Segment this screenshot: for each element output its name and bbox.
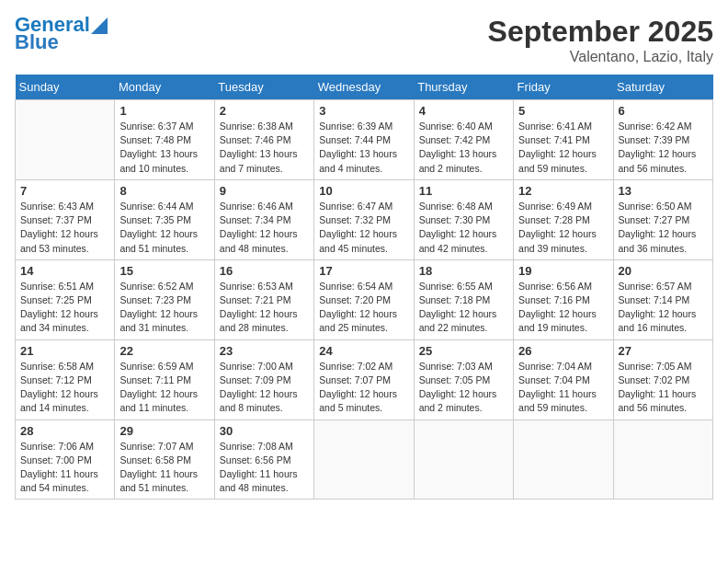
day-cell: 20Sunrise: 6:57 AM Sunset: 7:14 PM Dayli… — [613, 259, 712, 339]
day-number: 1 — [119, 104, 209, 118]
day-number: 13 — [619, 184, 708, 198]
day-cell: 14Sunrise: 6:51 AM Sunset: 7:25 PM Dayli… — [16, 259, 115, 339]
svg-marker-0 — [91, 17, 108, 34]
day-info: Sunrise: 6:58 AM Sunset: 7:12 PM Dayligh… — [20, 360, 109, 416]
day-number: 30 — [220, 424, 309, 438]
day-number: 23 — [220, 344, 309, 358]
day-info: Sunrise: 7:07 AM Sunset: 6:58 PM Dayligh… — [119, 440, 209, 496]
day-cell: 21Sunrise: 6:58 AM Sunset: 7:12 PM Dayli… — [16, 339, 115, 419]
day-cell: 30Sunrise: 7:08 AM Sunset: 6:56 PM Dayli… — [214, 419, 313, 500]
day-info: Sunrise: 7:05 AM Sunset: 7:02 PM Dayligh… — [619, 360, 708, 416]
day-info: Sunrise: 6:56 AM Sunset: 7:16 PM Dayligh… — [518, 280, 608, 336]
day-cell — [16, 100, 115, 180]
day-number: 10 — [319, 184, 408, 198]
day-number: 12 — [518, 184, 608, 198]
day-info: Sunrise: 6:57 AM Sunset: 7:14 PM Dayligh… — [619, 280, 708, 336]
day-cell: 13Sunrise: 6:50 AM Sunset: 7:27 PM Dayli… — [613, 179, 712, 259]
day-cell: 24Sunrise: 7:02 AM Sunset: 7:07 PM Dayli… — [314, 339, 414, 419]
day-info: Sunrise: 7:06 AM Sunset: 7:00 PM Dayligh… — [20, 440, 109, 496]
day-info: Sunrise: 6:53 AM Sunset: 7:21 PM Dayligh… — [220, 280, 309, 336]
week-row-1: 1Sunrise: 6:37 AM Sunset: 7:48 PM Daylig… — [16, 100, 713, 180]
day-cell: 26Sunrise: 7:04 AM Sunset: 7:04 PM Dayli… — [514, 339, 613, 419]
day-info: Sunrise: 6:37 AM Sunset: 7:48 PM Dayligh… — [119, 120, 209, 176]
day-info: Sunrise: 6:41 AM Sunset: 7:41 PM Dayligh… — [518, 120, 608, 176]
day-number: 3 — [319, 104, 408, 118]
day-number: 21 — [20, 344, 109, 358]
day-number: 20 — [619, 264, 708, 278]
header-row: SundayMondayTuesdayWednesdayThursdayFrid… — [16, 75, 713, 100]
week-row-5: 28Sunrise: 7:06 AM Sunset: 7:00 PM Dayli… — [16, 419, 713, 500]
day-number: 27 — [619, 344, 708, 358]
day-info: Sunrise: 6:39 AM Sunset: 7:44 PM Dayligh… — [319, 120, 408, 176]
day-cell: 17Sunrise: 6:54 AM Sunset: 7:20 PM Dayli… — [314, 259, 414, 339]
day-number: 15 — [119, 264, 209, 278]
day-number: 26 — [518, 344, 608, 358]
header-cell-saturday: Saturday — [613, 75, 712, 100]
day-info: Sunrise: 6:52 AM Sunset: 7:23 PM Dayligh… — [119, 280, 209, 336]
logo-arrow-icon — [91, 17, 108, 34]
week-row-4: 21Sunrise: 6:58 AM Sunset: 7:12 PM Dayli… — [16, 339, 713, 419]
day-number: 28 — [20, 424, 109, 438]
day-number: 18 — [419, 264, 508, 278]
header-cell-sunday: Sunday — [16, 75, 115, 100]
header-cell-monday: Monday — [115, 75, 214, 100]
day-info: Sunrise: 6:47 AM Sunset: 7:32 PM Dayligh… — [319, 200, 408, 256]
day-number: 4 — [419, 104, 508, 118]
day-cell — [414, 419, 513, 500]
day-info: Sunrise: 6:38 AM Sunset: 7:46 PM Dayligh… — [220, 120, 309, 176]
day-number: 11 — [419, 184, 508, 198]
day-cell: 16Sunrise: 6:53 AM Sunset: 7:21 PM Dayli… — [214, 259, 313, 339]
day-info: Sunrise: 6:48 AM Sunset: 7:30 PM Dayligh… — [419, 200, 508, 256]
day-number: 6 — [619, 104, 708, 118]
logo: General Blue — [15, 15, 108, 53]
day-cell: 25Sunrise: 7:03 AM Sunset: 7:05 PM Dayli… — [414, 339, 513, 419]
month-title: September 2025 — [488, 15, 713, 49]
day-info: Sunrise: 7:03 AM Sunset: 7:05 PM Dayligh… — [419, 360, 508, 416]
day-cell: 19Sunrise: 6:56 AM Sunset: 7:16 PM Dayli… — [514, 259, 613, 339]
header-cell-thursday: Thursday — [414, 75, 513, 100]
day-cell: 22Sunrise: 6:59 AM Sunset: 7:11 PM Dayli… — [115, 339, 214, 419]
day-cell: 28Sunrise: 7:06 AM Sunset: 7:00 PM Dayli… — [16, 419, 115, 500]
day-info: Sunrise: 7:02 AM Sunset: 7:07 PM Dayligh… — [319, 360, 408, 416]
day-info: Sunrise: 6:54 AM Sunset: 7:20 PM Dayligh… — [319, 280, 408, 336]
day-info: Sunrise: 6:55 AM Sunset: 7:18 PM Dayligh… — [419, 280, 508, 336]
calendar-header: SundayMondayTuesdayWednesdayThursdayFrid… — [16, 75, 713, 100]
calendar-body: 1Sunrise: 6:37 AM Sunset: 7:48 PM Daylig… — [16, 100, 713, 500]
day-cell: 7Sunrise: 6:43 AM Sunset: 7:37 PM Daylig… — [16, 179, 115, 259]
day-info: Sunrise: 6:42 AM Sunset: 7:39 PM Dayligh… — [619, 120, 708, 176]
day-cell: 23Sunrise: 7:00 AM Sunset: 7:09 PM Dayli… — [214, 339, 313, 419]
day-cell: 9Sunrise: 6:46 AM Sunset: 7:34 PM Daylig… — [214, 179, 313, 259]
day-cell: 10Sunrise: 6:47 AM Sunset: 7:32 PM Dayli… — [314, 179, 414, 259]
day-cell — [314, 419, 414, 500]
day-cell: 5Sunrise: 6:41 AM Sunset: 7:41 PM Daylig… — [514, 100, 613, 180]
day-number: 22 — [119, 344, 209, 358]
day-info: Sunrise: 6:59 AM Sunset: 7:11 PM Dayligh… — [119, 360, 209, 416]
location: Valentano, Lazio, Italy — [488, 49, 713, 65]
day-cell: 8Sunrise: 6:44 AM Sunset: 7:35 PM Daylig… — [115, 179, 214, 259]
title-area: September 2025 Valentano, Lazio, Italy — [488, 15, 713, 65]
day-info: Sunrise: 6:50 AM Sunset: 7:27 PM Dayligh… — [619, 200, 708, 256]
day-number: 7 — [20, 184, 109, 198]
day-cell: 4Sunrise: 6:40 AM Sunset: 7:42 PM Daylig… — [414, 100, 513, 180]
day-number: 9 — [220, 184, 309, 198]
day-cell: 15Sunrise: 6:52 AM Sunset: 7:23 PM Dayli… — [115, 259, 214, 339]
day-cell: 12Sunrise: 6:49 AM Sunset: 7:28 PM Dayli… — [514, 179, 613, 259]
day-info: Sunrise: 6:44 AM Sunset: 7:35 PM Dayligh… — [119, 200, 209, 256]
day-info: Sunrise: 6:49 AM Sunset: 7:28 PM Dayligh… — [518, 200, 608, 256]
day-cell: 18Sunrise: 6:55 AM Sunset: 7:18 PM Dayli… — [414, 259, 513, 339]
day-number: 29 — [119, 424, 209, 438]
day-cell: 3Sunrise: 6:39 AM Sunset: 7:44 PM Daylig… — [314, 100, 414, 180]
page-header: General Blue September 2025 Valentano, L… — [15, 15, 713, 65]
week-row-2: 7Sunrise: 6:43 AM Sunset: 7:37 PM Daylig… — [16, 179, 713, 259]
day-number: 16 — [220, 264, 309, 278]
day-number: 14 — [20, 264, 109, 278]
day-cell: 29Sunrise: 7:07 AM Sunset: 6:58 PM Dayli… — [115, 419, 214, 500]
header-cell-tuesday: Tuesday — [214, 75, 313, 100]
day-number: 2 — [220, 104, 309, 118]
day-info: Sunrise: 6:51 AM Sunset: 7:25 PM Dayligh… — [20, 280, 109, 336]
day-info: Sunrise: 7:00 AM Sunset: 7:09 PM Dayligh… — [220, 360, 309, 416]
day-cell — [514, 419, 613, 500]
day-info: Sunrise: 6:46 AM Sunset: 7:34 PM Dayligh… — [220, 200, 309, 256]
day-number: 5 — [518, 104, 608, 118]
day-number: 17 — [319, 264, 408, 278]
